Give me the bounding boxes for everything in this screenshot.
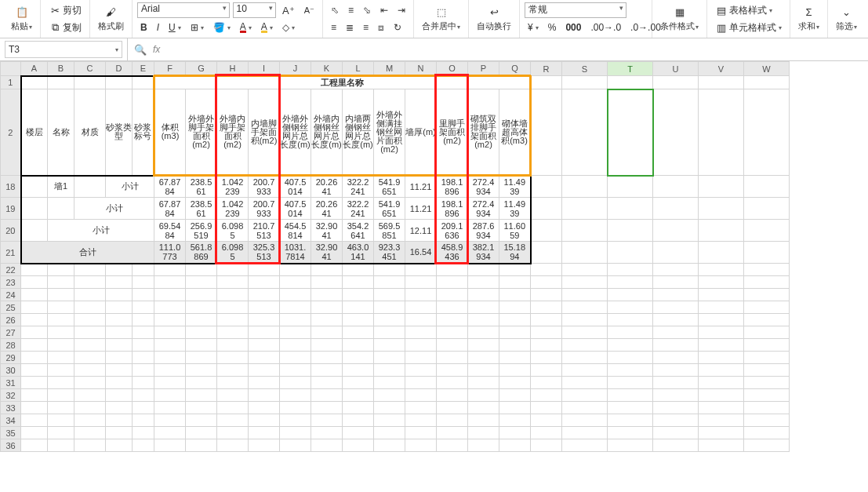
cell[interactable]: [343, 364, 374, 377]
cell[interactable]: [21, 414, 48, 427]
cell[interactable]: [531, 289, 562, 301]
cell[interactable]: [154, 364, 186, 377]
cell[interactable]: [499, 339, 531, 352]
cell[interactable]: [374, 439, 405, 452]
align-bottom-button[interactable]: ⬂: [360, 3, 374, 17]
cell[interactable]: [653, 264, 699, 276]
cell[interactable]: [608, 289, 653, 301]
cell[interactable]: [374, 301, 405, 314]
cell[interactable]: [217, 276, 249, 289]
cell[interactable]: [499, 389, 531, 402]
cell[interactable]: [608, 220, 653, 242]
row-header-24[interactable]: 24: [1, 289, 21, 301]
cell[interactable]: [48, 339, 74, 352]
cell[interactable]: [374, 427, 405, 439]
cell[interactable]: [608, 242, 653, 264]
cell[interactable]: [374, 364, 405, 377]
header-H[interactable]: 外墙内脚手架面积(m2): [217, 89, 249, 176]
cut-button[interactable]: ✂剪切: [45, 2, 85, 19]
data-cell[interactable]: 322.2241: [343, 176, 374, 198]
cell[interactable]: [106, 264, 133, 276]
cell[interactable]: [21, 314, 48, 326]
cell[interactable]: [562, 389, 608, 402]
col-header-O[interactable]: O: [437, 62, 468, 76]
cell[interactable]: [280, 352, 311, 364]
header-B[interactable]: 名称: [48, 89, 74, 176]
cell[interactable]: [744, 220, 790, 242]
cell[interactable]: [531, 402, 562, 414]
grand-total-label[interactable]: 合计: [21, 242, 154, 264]
cell[interactable]: [21, 264, 48, 276]
row-header-31[interactable]: 31: [1, 377, 21, 389]
data-cell[interactable]: 200.7933: [249, 176, 280, 198]
italic-button[interactable]: I: [154, 20, 162, 35]
data-cell[interactable]: 6.0985: [217, 220, 249, 242]
cell[interactable]: [48, 198, 74, 220]
data-cell[interactable]: 200.7933: [249, 198, 280, 220]
cell[interactable]: [499, 414, 531, 427]
col-header-W[interactable]: W: [744, 62, 790, 76]
cell[interactable]: [468, 352, 499, 364]
cell[interactable]: [343, 339, 374, 352]
cell[interactable]: [744, 89, 790, 176]
cell[interactable]: [744, 352, 790, 364]
cell[interactable]: [21, 377, 48, 389]
col-header-L[interactable]: L: [343, 62, 374, 76]
cell[interactable]: [608, 198, 653, 220]
cell[interactable]: [468, 264, 499, 276]
data-cell[interactable]: 454.5814: [280, 220, 311, 242]
cell[interactable]: [217, 427, 249, 439]
cell[interactable]: [106, 301, 133, 314]
row-header-26[interactable]: 26: [1, 314, 21, 326]
cell[interactable]: [499, 301, 531, 314]
cell[interactable]: [374, 339, 405, 352]
cell[interactable]: [154, 439, 186, 452]
cell[interactable]: [499, 402, 531, 414]
cell[interactable]: [217, 402, 249, 414]
cell[interactable]: [217, 414, 249, 427]
cell[interactable]: [343, 276, 374, 289]
cell[interactable]: [499, 439, 531, 452]
cell[interactable]: [106, 276, 133, 289]
cell[interactable]: [74, 439, 106, 452]
cell[interactable]: [562, 301, 608, 314]
data-cell[interactable]: 20.2641: [311, 198, 343, 220]
cell[interactable]: [280, 264, 311, 276]
cell[interactable]: [405, 439, 437, 452]
subtotal-label[interactable]: 小计: [74, 198, 154, 220]
cell[interactable]: [608, 301, 653, 314]
cell[interactable]: [21, 220, 48, 242]
data-cell[interactable]: 923.3451: [374, 242, 405, 264]
cell[interactable]: [468, 339, 499, 352]
cell[interactable]: [154, 326, 186, 339]
cell[interactable]: [699, 314, 744, 326]
cell[interactable]: [249, 339, 280, 352]
cell[interactable]: [437, 289, 468, 301]
cell[interactable]: [343, 289, 374, 301]
cell[interactable]: [106, 364, 133, 377]
cell[interactable]: [608, 427, 653, 439]
col-header-Q[interactable]: Q: [499, 62, 531, 76]
cell[interactable]: [48, 301, 74, 314]
bold-button[interactable]: B: [137, 20, 151, 35]
cell[interactable]: [699, 389, 744, 402]
header-F[interactable]: 体积(m3): [154, 89, 186, 176]
cell[interactable]: [311, 389, 343, 402]
cell[interactable]: [653, 414, 699, 427]
cell[interactable]: [468, 276, 499, 289]
cell[interactable]: [608, 314, 653, 326]
cell[interactable]: [608, 89, 653, 176]
cell[interactable]: [133, 339, 154, 352]
cell[interactable]: [744, 276, 790, 289]
cell[interactable]: [106, 402, 133, 414]
cell[interactable]: [499, 276, 531, 289]
data-cell[interactable]: 541.9651: [374, 198, 405, 220]
cell[interactable]: [744, 198, 790, 220]
col-header-J[interactable]: J: [280, 62, 311, 76]
inc-decimal-button[interactable]: .00→.0: [587, 20, 624, 35]
cell[interactable]: [374, 326, 405, 339]
cell[interactable]: [74, 76, 106, 89]
cell[interactable]: [133, 439, 154, 452]
cell[interactable]: [133, 352, 154, 364]
cell[interactable]: [653, 352, 699, 364]
